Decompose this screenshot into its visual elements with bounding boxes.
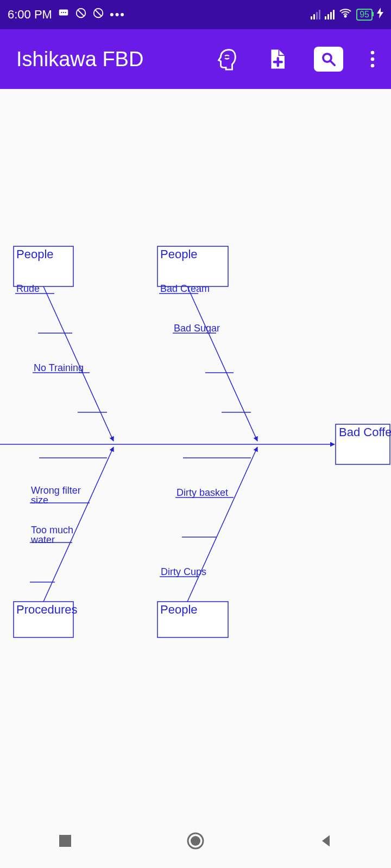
svg-point-3 xyxy=(65,12,66,13)
overflow-menu-icon[interactable] xyxy=(367,46,378,72)
head-icon[interactable] xyxy=(214,46,240,72)
diagram-canvas[interactable]: Bad Coffee People People Procedures Peop… xyxy=(0,89,391,840)
status-bar: 6:00 PM ••• 95 xyxy=(0,0,391,29)
svg-point-8 xyxy=(371,51,375,55)
cat-top-right-label: People xyxy=(160,247,198,261)
dnd-icon-2 xyxy=(92,7,104,22)
svg-rect-37 xyxy=(59,835,71,847)
more-dots-icon: ••• xyxy=(110,8,125,22)
svg-point-39 xyxy=(191,836,200,846)
effect-label: Bad Coffee xyxy=(339,425,391,439)
cause-br-3: Dirty Cups xyxy=(161,566,206,577)
messages-icon xyxy=(58,7,70,22)
status-time: 6:00 PM xyxy=(8,8,52,22)
recent-apps-button[interactable] xyxy=(54,830,76,852)
cat-top-left-label: People xyxy=(16,247,54,261)
back-button[interactable] xyxy=(315,830,337,852)
svg-point-6 xyxy=(345,16,346,17)
svg-point-1 xyxy=(61,12,62,13)
svg-line-31 xyxy=(187,447,257,602)
cat-bottom-right-label: People xyxy=(160,603,198,616)
charging-icon xyxy=(377,8,383,22)
page-title: Ishikawa FBD xyxy=(16,48,143,71)
new-file-icon[interactable] xyxy=(264,46,290,72)
cause-tl-2: No Training xyxy=(34,362,84,373)
fishbone-diagram: Bad Coffee People People Procedures Peop… xyxy=(0,89,391,840)
signal-icon-1 xyxy=(311,10,320,20)
cause-tl-0: Rude xyxy=(16,283,40,294)
search-button[interactable] xyxy=(314,47,343,72)
svg-point-9 xyxy=(371,58,375,61)
svg-point-10 xyxy=(371,64,375,68)
navigation-bar xyxy=(0,814,391,868)
cause-br-1: Dirty basket xyxy=(176,487,228,498)
home-button[interactable] xyxy=(185,830,206,852)
dnd-icon xyxy=(75,7,87,22)
battery-indicator: 95 xyxy=(356,9,373,21)
cause-tr-1: Bad Sugar xyxy=(174,323,220,334)
cause-tr-0: Bad Cream xyxy=(160,283,210,294)
cat-bottom-left-label: Procedures xyxy=(16,603,78,616)
app-bar: Ishikawa FBD xyxy=(0,29,391,89)
wifi-icon xyxy=(339,7,352,23)
svg-point-2 xyxy=(63,12,64,13)
svg-line-19 xyxy=(187,286,257,441)
signal-icon-2 xyxy=(325,10,335,20)
